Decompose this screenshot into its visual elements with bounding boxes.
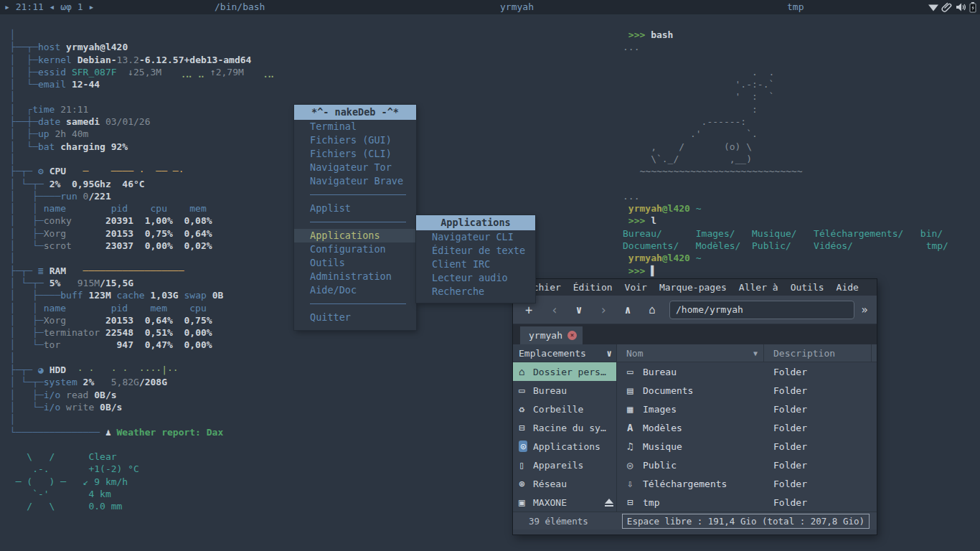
menu-item[interactable] xyxy=(294,297,416,311)
menu-item[interactable] xyxy=(294,215,416,229)
sidebar-item[interactable]: Applications xyxy=(513,437,616,456)
fm-statusbar: 39 éléments Espace libre : 191,4 Gio (to… xyxy=(513,512,877,529)
submenu-item[interactable]: Recherche xyxy=(416,285,535,298)
sidebar-item[interactable]: Dossier pers… xyxy=(513,362,616,381)
trash-icon xyxy=(519,403,533,415)
nakedeb-menu: *^- nakeDeb -^* Terminal Fichiers (GUI) … xyxy=(294,105,416,330)
list-header: Nom Description Taille xyxy=(617,344,877,362)
forward-button[interactable] xyxy=(595,303,612,317)
menubar-item[interactable]: Voir xyxy=(625,279,647,296)
file-manager-window: FichierÉditionVoirMarque-pagesAller àOut… xyxy=(513,279,877,534)
desktop: ▸ 21:11 ◂ ωφ 1 ▸ /bin/bash yrmyah tmp │ … xyxy=(0,0,980,551)
toolbar-overflow-button[interactable] xyxy=(856,303,873,316)
home-button[interactable] xyxy=(644,303,661,316)
fm-file-list: Nom Description Taille Bureau xyxy=(617,344,877,512)
tab-close-icon[interactable] xyxy=(567,331,577,340)
up-button[interactable] xyxy=(619,303,636,316)
menubar-item[interactable]: Marque-pages xyxy=(659,279,727,296)
drive-icon xyxy=(519,496,533,508)
file-row[interactable]: Images Folder xyxy=(617,400,877,418)
file-row[interactable]: Public Folder xyxy=(617,456,877,474)
menu-item[interactable]: Applications xyxy=(294,229,416,242)
apps-icon xyxy=(519,441,533,452)
file-row[interactable]: tmp Folder xyxy=(617,493,877,512)
submenu-item[interactable]: Éditeur de texte xyxy=(416,244,535,258)
menu-item[interactable]: Terminal xyxy=(294,120,416,133)
sidebar-item[interactable]: Réseau xyxy=(513,474,616,493)
submenu-title: Applications xyxy=(416,215,535,230)
file-row[interactable]: Modèles Folder xyxy=(617,418,877,437)
download-icon xyxy=(627,478,641,489)
folder-icon xyxy=(519,422,533,433)
image-icon xyxy=(627,403,641,415)
home-icon xyxy=(519,366,533,377)
sidebar-item[interactable]: Corbeille xyxy=(513,400,616,418)
path-input[interactable]: /home/yrmyah xyxy=(669,301,854,319)
column-header-size[interactable]: Taille xyxy=(872,344,877,362)
menu-item[interactable]: Navigateur Tor xyxy=(294,161,416,174)
places-label: Emplacements xyxy=(519,348,586,359)
paperclip-icon[interactable] xyxy=(941,1,953,13)
network-icon xyxy=(519,478,533,489)
new-tab-button[interactable] xyxy=(520,303,537,317)
desktop-icon xyxy=(627,366,641,377)
fm-menubar: FichierÉditionVoirMarque-pagesAller àOut… xyxy=(513,279,877,296)
volume-icon[interactable] xyxy=(955,1,966,13)
sidebar-item[interactable]: MAXONE xyxy=(513,493,616,512)
applications-submenu: Applications Navigateur CLI Éditeur de t… xyxy=(416,215,535,303)
window-title-yrmyah[interactable]: yrmyah xyxy=(500,0,534,14)
menu-item[interactable] xyxy=(294,188,416,202)
folder-icon xyxy=(627,496,641,508)
sidebar-item[interactable]: Racine du sy… xyxy=(513,418,616,437)
places-dropdown[interactable]: Emplacements ∨ xyxy=(513,344,616,362)
menu-item[interactable]: Fichiers (GUI) xyxy=(294,133,416,147)
tab-yrmyah[interactable]: yrmyah xyxy=(520,326,583,344)
file-row[interactable]: Bureau Folder xyxy=(617,362,877,381)
workspace-indicator[interactable]: ▸ 21:11 ◂ ωφ 1 ▸ xyxy=(4,0,94,14)
music-icon xyxy=(627,441,641,452)
free-space-status: Espace libre : 191,4 Gio (total : 207,8 … xyxy=(622,514,870,529)
history-dropdown-icon[interactable] xyxy=(570,303,588,316)
menu-item[interactable]: Aide/Doc xyxy=(294,283,416,297)
sidebar-item[interactable]: Bureau xyxy=(513,381,616,400)
menu-item[interactable]: Configuration xyxy=(294,242,416,256)
terminal-output: >>> bash... . . '.-:-.` ' : ` : .------:… xyxy=(623,29,948,277)
public-icon xyxy=(627,459,641,471)
back-button[interactable] xyxy=(546,303,563,317)
file-row[interactable]: Téléchargements Folder xyxy=(617,474,877,493)
sidebar-item[interactable]: Appareils xyxy=(513,456,616,474)
submenu-item[interactable]: Navigateur CLI xyxy=(416,230,535,244)
top-panel: ▸ 21:11 ◂ ωφ 1 ▸ /bin/bash yrmyah tmp xyxy=(0,0,980,14)
tab-label: yrmyah xyxy=(529,326,562,344)
menu-item[interactable]: Administration xyxy=(294,270,416,283)
submenu-item[interactable]: Lecteur audio xyxy=(416,271,535,285)
menu-item[interactable]: Quitter xyxy=(294,311,416,324)
menu-item[interactable]: Navigateur Brave xyxy=(294,174,416,188)
doc-icon xyxy=(627,385,641,396)
chevron-down-icon: ∨ xyxy=(606,348,612,359)
menu-item[interactable]: Fichiers (CLI) xyxy=(294,147,416,161)
items-count: 39 éléments xyxy=(529,516,588,527)
file-row[interactable]: Documents Folder xyxy=(617,381,877,400)
window-title-bash[interactable]: /bin/bash xyxy=(215,0,265,14)
column-header-description[interactable]: Description xyxy=(764,344,872,362)
fm-tabbar: yrmyah xyxy=(513,324,877,344)
wifi-icon[interactable] xyxy=(928,1,939,13)
menu-title: *^- nakeDeb -^* xyxy=(294,105,416,120)
battery-icon[interactable] xyxy=(969,1,977,13)
file-row[interactable]: Musique Folder xyxy=(617,437,877,456)
window-title-tmp[interactable]: tmp xyxy=(787,0,804,14)
conky-widget: │ ├──┬─host yrmyah@l420 │ ├─kernel Debia… xyxy=(4,29,274,513)
eject-button[interactable] xyxy=(605,499,613,507)
submenu-item[interactable]: Client IRC xyxy=(416,258,535,271)
sort-descending-icon xyxy=(753,344,758,362)
menubar-item[interactable]: Aide xyxy=(837,279,859,296)
column-header-name[interactable]: Nom xyxy=(617,344,764,362)
menubar-item[interactable]: Outils xyxy=(791,279,824,296)
desktop-icon xyxy=(519,385,533,396)
fm-sidebar: Emplacements ∨ Dossier pers… xyxy=(513,344,617,512)
menu-item[interactable]: Applist xyxy=(294,202,416,215)
menubar-item[interactable]: Édition xyxy=(573,279,613,296)
menubar-item[interactable]: Aller à xyxy=(739,279,778,296)
menu-item[interactable]: Outils xyxy=(294,256,416,270)
